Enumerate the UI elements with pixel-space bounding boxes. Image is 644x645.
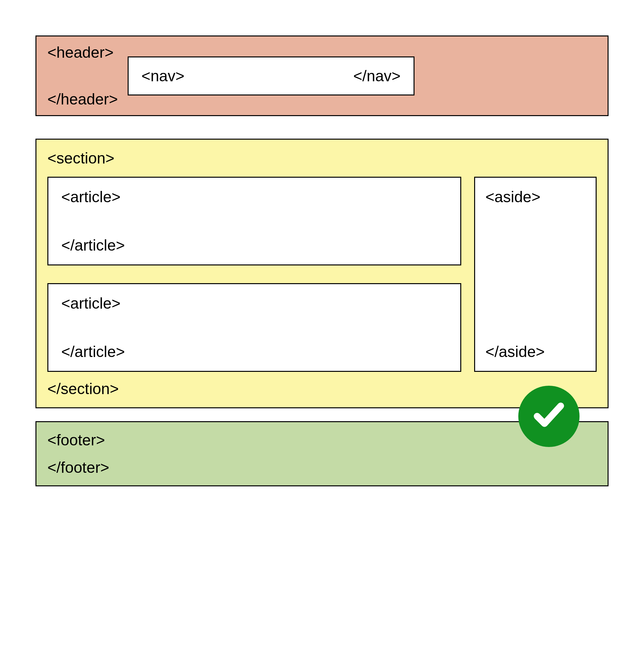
article-region: <article> </article> <box>47 283 461 372</box>
nav-close-tag: </nav> <box>353 67 401 85</box>
header-region: <header> </header> <nav> </nav> <box>35 35 609 116</box>
header-close-tag: </header> <box>47 90 118 108</box>
nav-region: <nav> </nav> <box>128 56 414 95</box>
section-close-tag: </section> <box>47 380 118 397</box>
header-open-tag: <header> <box>47 43 118 61</box>
aside-region: <aside> </aside> <box>474 177 597 372</box>
articles-column: <article> </article> <article> </article… <box>47 177 461 372</box>
checkmark-icon <box>531 397 567 436</box>
article-close-tag: </article> <box>61 343 447 361</box>
aside-open-tag: <aside> <box>486 188 585 206</box>
footer-close-tag: </footer> <box>47 459 597 476</box>
nav-open-tag: <nav> <box>141 67 185 85</box>
correct-badge <box>518 386 580 447</box>
section-region: <section> <article> </article> <article>… <box>35 139 609 408</box>
article-open-tag: <article> <box>61 294 447 312</box>
footer-open-tag: <footer> <box>47 431 597 449</box>
footer-wrap: <footer> </footer> <box>35 421 609 486</box>
section-body: <article> </article> <article> </article… <box>47 177 597 372</box>
section-open-tag: <section> <box>47 150 114 167</box>
header-tag-labels: <header> </header> <box>47 43 118 108</box>
article-open-tag: <article> <box>61 188 447 206</box>
aside-close-tag: </aside> <box>486 343 585 361</box>
article-close-tag: </article> <box>61 236 447 254</box>
article-region: <article> </article> <box>47 177 461 265</box>
